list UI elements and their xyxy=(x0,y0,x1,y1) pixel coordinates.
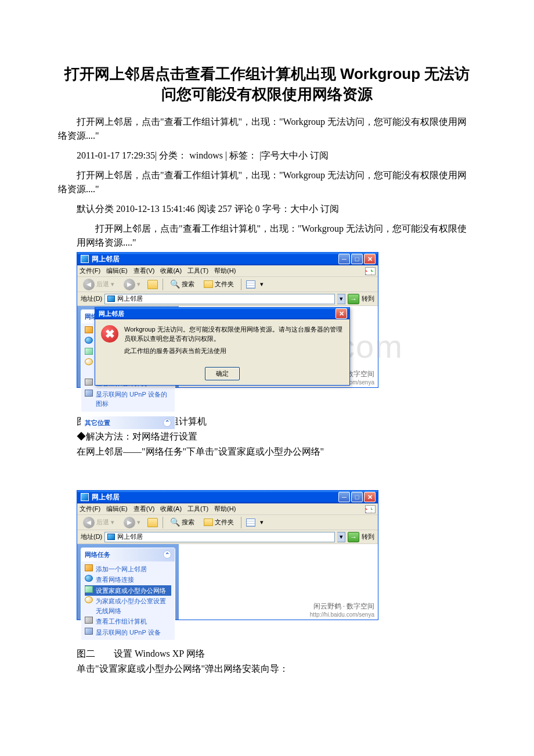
network-tasks-label: 网络任务 xyxy=(85,550,110,560)
network-icon xyxy=(107,534,115,540)
menu-edit[interactable]: 编辑(E) xyxy=(106,266,128,276)
go-button[interactable]: → xyxy=(348,532,359,542)
back-button[interactable]: ◄ 后退 ▾ xyxy=(81,516,117,530)
search-button[interactable]: 🔍 搜索 xyxy=(168,277,197,291)
window-title-bar: 网上邻居 ─ □ ✕ xyxy=(77,491,378,503)
go-button[interactable]: → xyxy=(348,294,359,304)
minimize-button[interactable]: ─ xyxy=(338,492,350,502)
maximize-button[interactable]: □ xyxy=(351,492,363,502)
image-watermark: 闲云野鹤 · 数字空间 http://hi.baidu.com/senya xyxy=(310,602,374,619)
toolbar-separator xyxy=(241,517,241,528)
toolbar-separator xyxy=(241,279,241,290)
paragraph-intro-2: 打开网上邻居，点击"查看工作组计算机"，出现："Workgroup 无法访问，您… xyxy=(58,168,476,196)
address-dropdown[interactable]: ▾ xyxy=(337,294,345,304)
upnp-icon xyxy=(85,628,93,635)
wireless-icon xyxy=(85,358,93,365)
menu-view[interactable]: 查看(V) xyxy=(134,266,155,276)
collapse-icon: ⌃ xyxy=(163,419,171,427)
address-input[interactable]: 网上邻居 xyxy=(104,532,335,542)
network-tasks-header[interactable]: 网络任务 ⌃ xyxy=(81,548,175,561)
windows-logo-icon xyxy=(365,267,376,275)
main-content-area: 闲云野鹤 · 数字空间 http://hi.baidu.com/senya xyxy=(179,544,378,620)
folders-button[interactable]: 文件夹 xyxy=(201,278,236,290)
view-icon[interactable] xyxy=(246,280,255,289)
globe-icon xyxy=(85,337,93,344)
task-view-workgroup[interactable]: 查看工作组计算机 xyxy=(85,616,171,627)
task-add-network-place[interactable]: 添加一个网上邻居 xyxy=(85,564,171,575)
doc-title: 打开网上邻居点击查看工作组计算机出现 Workgroup 无法访问您可能没有权限… xyxy=(58,64,476,105)
wizard-icon xyxy=(85,348,93,355)
menu-help[interactable]: 帮助(H) xyxy=(214,504,236,514)
search-label: 搜索 xyxy=(182,517,194,527)
menu-tools[interactable]: 工具(T) xyxy=(187,266,208,276)
minimize-button[interactable]: ─ xyxy=(338,254,350,264)
back-button[interactable]: ◄ 后退 ▾ xyxy=(81,278,117,291)
forward-button[interactable]: ► ▾ xyxy=(121,278,143,291)
close-button[interactable]: ✕ xyxy=(364,254,376,264)
dialog-title: 网上邻居 xyxy=(99,309,335,319)
address-dropdown[interactable]: ▾ xyxy=(337,532,345,542)
side-panel: 网络任务 ⌃ 添加一个网上邻居 查看网络连接 设置家庭或小型办公网络 为家庭或小… xyxy=(77,544,179,620)
toolbar-separator xyxy=(163,517,163,528)
add-icon xyxy=(85,326,93,333)
address-value: 网上邻居 xyxy=(117,532,143,542)
folder-up-icon[interactable] xyxy=(147,518,158,527)
task-setup-network-selected[interactable]: 设置家庭或小型办公网络 xyxy=(85,585,171,596)
task-show-upnp[interactable]: 显示联网的 UPnP 设备 xyxy=(85,627,171,638)
folders-button[interactable]: 文件夹 xyxy=(201,516,236,528)
error-message-1: Workgroup 无法访问。您可能没有权限使用网络资源。请与这台服务器的管理员… xyxy=(124,325,344,343)
menu-file[interactable]: 文件(F) xyxy=(80,504,100,514)
task-wireless[interactable]: 为家庭或小型办公室设置无线网络 xyxy=(85,596,171,616)
search-icon: 🔍 xyxy=(170,278,180,290)
solution-step-2: 单击"设置家庭或小型办公网络"弹出网络安装向导： xyxy=(77,662,476,676)
menu-view[interactable]: 查看(V) xyxy=(134,504,155,514)
wireless-icon xyxy=(85,596,93,603)
error-icon: ✖ xyxy=(101,325,118,343)
maximize-button[interactable]: □ xyxy=(351,254,363,264)
network-places-icon xyxy=(81,255,89,263)
collapse-icon: ⌃ xyxy=(163,550,171,559)
solution-step-1: 在网上邻居——"网络任务"下单击"设置家庭或小型办公网络" xyxy=(77,445,476,459)
back-label: 后退 xyxy=(96,517,109,527)
add-icon xyxy=(85,564,93,571)
menu-edit[interactable]: 编辑(E) xyxy=(106,504,128,514)
view-icon[interactable] xyxy=(246,519,255,527)
folders-label: 文件夹 xyxy=(215,279,234,289)
menu-help[interactable]: 帮助(H) xyxy=(214,266,236,276)
screenshot-1-xp-window: 网上邻居 ─ □ ✕ 文件(F) 编辑(E) 查看(V) 收藏(A) 工具(T)… xyxy=(77,252,378,388)
search-icon: 🔍 xyxy=(170,516,180,528)
window-title-bar: 网上邻居 ─ □ ✕ xyxy=(77,253,378,265)
folders-label: 文件夹 xyxy=(215,517,234,527)
paragraph-meta-2: 默认分类 2010-12-13 15:41:46 阅读 257 评论 0 字号：… xyxy=(58,202,476,216)
paragraph-intro-1: 打开网上邻居，点击"查看工作组计算机"，出现："Workgroup 无法访问，您… xyxy=(58,115,476,143)
close-button[interactable]: ✕ xyxy=(364,492,376,502)
menu-file[interactable]: 文件(F) xyxy=(80,266,100,276)
task-show-upnp[interactable]: 显示联网的 UPnP 设备的图标 xyxy=(85,389,171,409)
menu-favorites[interactable]: 收藏(A) xyxy=(160,266,182,276)
workgroup-icon xyxy=(85,617,93,624)
tool-bar: ◄ 后退 ▾ ► ▾ 🔍 搜索 文件夹 ▾ xyxy=(77,515,378,530)
window-title-text: 网上邻居 xyxy=(92,492,338,502)
screenshot-2-xp-window: 网上邻居 ─ □ ✕ 文件(F) 编辑(E) 查看(V) 收藏(A) 工具(T)… xyxy=(77,490,378,620)
forward-button[interactable]: ► ▾ xyxy=(121,516,143,530)
search-label: 搜索 xyxy=(182,279,194,289)
other-places-header[interactable]: 其它位置 ⌃ xyxy=(81,416,175,430)
task-view-connections[interactable]: 查看网络连接 xyxy=(85,574,171,585)
network-places-icon xyxy=(81,493,89,501)
ok-button[interactable]: 确定 xyxy=(205,367,240,380)
window-title-text: 网上邻居 xyxy=(92,254,338,264)
menu-tools[interactable]: 工具(T) xyxy=(187,504,208,514)
wizard-icon xyxy=(85,586,93,593)
menu-bar: 文件(F) 编辑(E) 查看(V) 收藏(A) 工具(T) 帮助(H) xyxy=(77,265,378,277)
address-value: 网上邻居 xyxy=(117,294,143,304)
forward-arrow-icon: ► xyxy=(124,279,135,290)
paragraph-meta-1: 2011-01-17 17:29:35| 分类： windows | 标签： |… xyxy=(58,149,476,163)
dialog-close-button[interactable]: ✕ xyxy=(335,308,347,319)
search-button[interactable]: 🔍 搜索 xyxy=(168,515,197,530)
windows-logo-icon xyxy=(365,505,376,513)
back-arrow-icon: ◄ xyxy=(83,517,95,528)
network-icon xyxy=(107,296,115,302)
menu-favorites[interactable]: 收藏(A) xyxy=(160,504,182,514)
address-input[interactable]: 网上邻居 xyxy=(104,294,335,304)
folder-up-icon[interactable] xyxy=(147,280,158,289)
